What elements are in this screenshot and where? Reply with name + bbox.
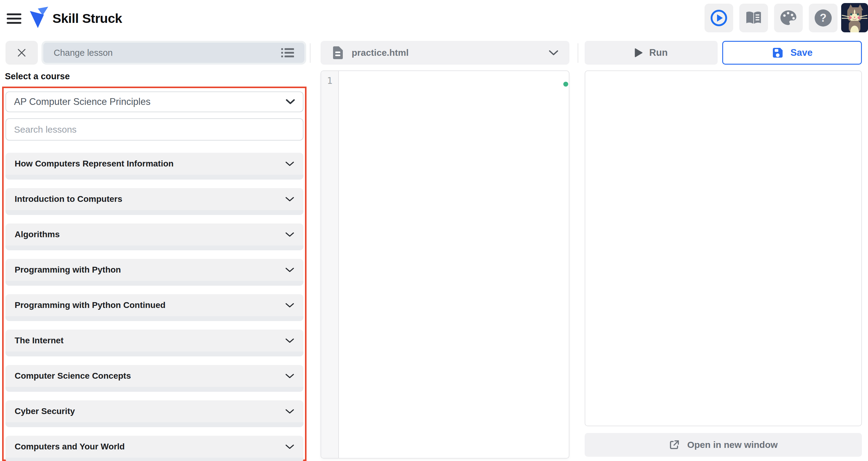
chevron-down-icon [285, 267, 294, 272]
course-unit-label: How Computers Represent Information [14, 159, 174, 169]
course-unit-label: The Internet [14, 336, 63, 345]
course-unit-accordion[interactable]: How Computers Represent Information [5, 153, 304, 179]
course-unit-accordion[interactable]: Introduction to Computers [5, 188, 304, 215]
editor-status-dot [563, 82, 568, 87]
select-course-heading: Select a course [5, 71, 70, 81]
course-unit-accordion[interactable]: Computers and Your World [5, 436, 304, 461]
accordion-bottom-strip [5, 422, 304, 427]
save-button[interactable]: Save [722, 41, 862, 65]
run-label: Run [649, 47, 668, 58]
chevron-down-icon [285, 409, 294, 414]
play-icon [635, 48, 643, 57]
editor-line-gutter: 1 [321, 71, 339, 458]
course-unit-accordion[interactable]: Algorithms [5, 224, 304, 250]
change-lesson-button[interactable]: Change lesson [41, 41, 306, 65]
course-unit-accordion[interactable]: Programming with Python [5, 259, 304, 286]
skillstruck-logo-icon [29, 7, 49, 29]
course-select-value: AP Computer Science Principles [14, 96, 150, 107]
file-selector[interactable]: practice.html [320, 41, 569, 65]
open-new-window-button[interactable]: Open in new window [585, 433, 862, 457]
chevron-down-icon [285, 303, 294, 308]
app-window: Skill Struck ? [0, 0, 868, 461]
accordion-bottom-strip [5, 458, 304, 461]
save-icon [772, 47, 784, 59]
chevron-down-icon [549, 50, 558, 56]
accordion-bottom-strip [5, 175, 304, 179]
external-link-icon [669, 439, 680, 450]
toolbar-divider [578, 43, 578, 63]
course-unit-accordion[interactable]: Cyber Security [5, 400, 304, 427]
accordion-bottom-strip [5, 387, 304, 392]
play-circle-icon [710, 9, 728, 27]
chevron-down-icon [286, 99, 295, 105]
course-unit-label: Introduction to Computers [14, 194, 122, 204]
course-unit-label: Programming with Python Continued [14, 300, 165, 310]
course-unit-list: How Computers Represent Information Intr… [5, 153, 304, 461]
chevron-down-icon [285, 197, 294, 202]
help-button[interactable]: ? [809, 4, 837, 32]
file-name: practice.html [352, 47, 541, 58]
open-new-window-label: Open in new window [687, 440, 778, 450]
course-unit-accordion[interactable]: Computer Science Concepts [5, 365, 304, 392]
course-unit-label: Programming with Python [14, 265, 121, 275]
cat-avatar-icon [841, 3, 868, 32]
search-lessons-input[interactable] [5, 118, 304, 140]
accordion-bottom-strip [5, 316, 304, 321]
output-preview-pane [585, 70, 862, 426]
course-unit-accordion[interactable]: The Internet [5, 330, 304, 356]
run-button[interactable]: Run [585, 41, 718, 65]
palette-icon [780, 10, 797, 26]
accordion-bottom-strip [5, 245, 304, 250]
chevron-down-icon [285, 338, 294, 343]
accordion-bottom-strip [5, 281, 304, 286]
brand-title: Skill Struck [53, 11, 122, 26]
chevron-down-icon [285, 161, 294, 166]
curriculum-button[interactable] [739, 4, 768, 32]
change-lesson-label: Change lesson [54, 48, 113, 58]
course-unit-accordion[interactable]: Programming with Python Continued [5, 294, 304, 321]
code-editor[interactable]: 1 [320, 70, 569, 459]
run-code-header-button[interactable] [705, 4, 733, 32]
chevron-down-icon [285, 373, 294, 379]
course-unit-label: Computer Science Concepts [14, 371, 131, 381]
course-unit-label: Algorithms [14, 230, 60, 239]
user-avatar[interactable] [841, 3, 868, 32]
course-select[interactable]: AP Computer Science Principles [5, 92, 304, 112]
toolbar-divider [310, 43, 310, 63]
chevron-down-icon [285, 232, 294, 237]
book-icon [745, 10, 763, 26]
close-icon [17, 48, 27, 58]
save-label: Save [790, 47, 812, 58]
list-icon [281, 47, 294, 58]
course-unit-label: Cyber Security [14, 406, 75, 416]
close-panel-button[interactable] [5, 41, 38, 65]
course-unit-label: Computers and Your World [14, 442, 125, 452]
theme-button[interactable] [774, 4, 803, 32]
accordion-bottom-strip [5, 210, 304, 215]
accordion-bottom-strip [5, 352, 304, 356]
chevron-down-icon [285, 444, 294, 450]
help-icon: ? [815, 9, 832, 27]
file-icon [332, 46, 344, 60]
hamburger-menu-icon[interactable] [7, 13, 21, 24]
